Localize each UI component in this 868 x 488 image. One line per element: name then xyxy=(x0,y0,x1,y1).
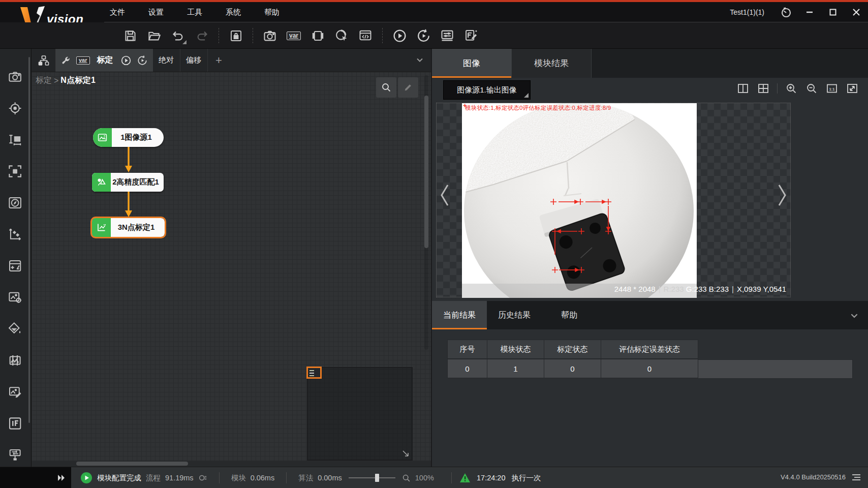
time-detail-icon[interactable] xyxy=(198,473,207,482)
split-two-view-icon[interactable] xyxy=(736,82,750,95)
tab-help[interactable]: 帮助 xyxy=(542,301,597,329)
titlebar: 文件 设置 工具 系统 帮助 Test1(1)(1) xyxy=(0,2,868,22)
zoom-in-icon[interactable] xyxy=(785,82,798,95)
run-continuous-icon[interactable] xyxy=(413,25,433,46)
next-image-arrow[interactable] xyxy=(777,184,787,207)
node-n-point-calibration[interactable]: 3N点标定1 xyxy=(92,218,165,237)
zoom-magnifier-icon[interactable] xyxy=(402,474,411,482)
flow-variable-icon[interactable]: var xyxy=(76,56,90,65)
save-icon[interactable] xyxy=(120,25,140,46)
node-image-source[interactable]: 1图像源1 xyxy=(93,128,164,147)
toolbar-divider xyxy=(219,28,219,43)
flow-tabs-chevron-icon[interactable] xyxy=(416,56,424,64)
calibration-transform-icon[interactable] xyxy=(6,226,23,243)
measurement-caliper-icon[interactable] xyxy=(6,131,23,148)
if-logic-icon[interactable] xyxy=(6,415,23,432)
open-folder-icon[interactable] xyxy=(144,25,164,46)
canvas-zoom-slider[interactable] xyxy=(349,477,395,478)
canvas-horizontal-scrollbar[interactable] xyxy=(32,461,431,467)
image-source-select[interactable]: 图像源1.输出图像 xyxy=(443,80,531,100)
toolbar-divider xyxy=(253,28,253,43)
flow-list-icon[interactable] xyxy=(32,49,56,72)
menu-file[interactable]: 文件 xyxy=(107,6,128,19)
communication-io-icon[interactable] xyxy=(6,446,23,464)
formula-edit-icon[interactable] xyxy=(461,25,481,46)
global-variable-icon[interactable]: var xyxy=(284,25,304,46)
zoom-out-icon[interactable] xyxy=(805,82,818,95)
canvas-minimap[interactable] xyxy=(307,367,413,461)
display-tabs: 图像 模块结果 xyxy=(432,49,868,78)
menubar: 文件 设置 工具 系统 帮助 xyxy=(107,2,283,22)
acquisition-camera-icon[interactable] xyxy=(6,68,23,85)
sidebar-scrollbar[interactable] xyxy=(28,57,30,423)
timer-icon[interactable] xyxy=(774,2,798,22)
fit-window-icon[interactable] xyxy=(846,82,859,95)
node-high-precision-match[interactable]: 2高精度匹配1 xyxy=(92,173,164,192)
breadcrumb-parent[interactable]: 标定 xyxy=(36,75,52,86)
previous-image-arrow[interactable] xyxy=(440,184,450,207)
split-four-view-icon[interactable] xyxy=(757,82,770,95)
maximize-button[interactable] xyxy=(821,2,845,22)
image-viewport[interactable]: + 模块状态:1,标定状态0评估标定误差状态:0,标定进度:8/9 2448 *… xyxy=(436,103,791,297)
table-row[interactable]: 0 1 0 0 xyxy=(447,359,698,378)
lock-icon[interactable] xyxy=(226,25,246,46)
header-eval-error-status: 评估标定误差状态 xyxy=(601,340,698,359)
redo-icon[interactable] xyxy=(192,25,212,46)
actual-size-icon[interactable]: 1:1 xyxy=(825,82,839,95)
cell-calibration-status: 0 xyxy=(544,359,601,378)
tab-current-result[interactable]: 当前结果 xyxy=(432,301,487,329)
menu-tools[interactable]: 工具 xyxy=(184,6,205,19)
retarget-icon[interactable] xyxy=(331,25,352,46)
statusbar-left: 模块配置完成 流程 91.19ms 模块 0.06ms 算法 0.00ms 10… xyxy=(80,467,434,488)
minimap-resize-icon[interactable] xyxy=(401,449,410,458)
status-play-icon[interactable] xyxy=(80,472,92,484)
color-fill-icon[interactable] xyxy=(6,320,23,338)
tab-image[interactable]: 图像 xyxy=(432,49,512,78)
result-table: 序号 模块状态 标定状态 评估标定误差状态 0 1 0 0 xyxy=(447,340,698,378)
menu-settings[interactable]: 设置 xyxy=(145,6,167,19)
toolbar-divider xyxy=(382,28,383,43)
minimap-node-mark xyxy=(309,375,314,376)
breadcrumb-separator: > xyxy=(54,76,58,85)
deep-learning-compass-icon[interactable] xyxy=(6,194,23,211)
image-compare-icon[interactable] xyxy=(6,352,23,369)
undo-icon[interactable] xyxy=(168,25,188,46)
snapshot-camera-icon[interactable] xyxy=(260,25,280,46)
run-once-icon[interactable] xyxy=(389,25,410,46)
frame-buffer-icon[interactable] xyxy=(307,25,328,46)
menu-help[interactable]: 帮助 xyxy=(261,6,283,19)
zoom-slider-handle[interactable] xyxy=(375,474,379,482)
breadcrumb-current: N点标定1 xyxy=(60,75,95,86)
flow-settings-wrench-icon[interactable] xyxy=(61,55,71,66)
window-controls: Test1(1)(1) xyxy=(730,2,868,22)
image-toolbar: 图像源1.输出图像 1:1 xyxy=(432,78,868,103)
script-icon[interactable] xyxy=(355,25,376,46)
add-flow-tab-button[interactable]: + xyxy=(208,49,230,72)
minimap-viewport-box[interactable] xyxy=(306,367,322,379)
global-params-icon[interactable] xyxy=(437,25,457,46)
result-collapse-chevron-icon[interactable] xyxy=(850,311,859,320)
log-list-icon[interactable] xyxy=(852,474,861,481)
image-process-gear-icon[interactable] xyxy=(6,289,23,306)
recognition-focus-icon[interactable] xyxy=(6,163,23,180)
flow-tab-calibration[interactable]: 标定 xyxy=(97,55,113,66)
flow-tab-absolute[interactable]: 绝对 xyxy=(153,49,180,72)
canvas-search-button[interactable] xyxy=(376,77,396,98)
flow-run-once-icon[interactable] xyxy=(120,55,132,66)
tab-module-result[interactable]: 模块结果 xyxy=(512,49,592,78)
positioning-target-icon[interactable] xyxy=(6,100,23,117)
close-button[interactable] xyxy=(845,2,868,22)
tab-history-result[interactable]: 历史结果 xyxy=(487,301,542,329)
flow-run-loop-icon[interactable] xyxy=(137,55,148,66)
expand-toolbox-icon[interactable] xyxy=(57,474,66,481)
minimize-button[interactable] xyxy=(798,2,821,22)
image-annotate-icon[interactable] xyxy=(6,383,23,401)
active-flow-toolblock: var 标定 xyxy=(56,49,153,72)
calculator-icon[interactable] xyxy=(6,257,23,274)
menu-system[interactable]: 系统 xyxy=(223,6,244,19)
canvas-vertical-scrollbar[interactable] xyxy=(424,75,428,350)
canvas-edit-button[interactable] xyxy=(398,77,418,98)
flow-tab-offset[interactable]: 偏移 xyxy=(180,49,208,72)
flow-canvas[interactable]: var 标定 绝对 偏移 + 标定 > N点标定1 xyxy=(32,49,431,467)
breadcrumb: 标定 > N点标定1 xyxy=(36,75,96,86)
